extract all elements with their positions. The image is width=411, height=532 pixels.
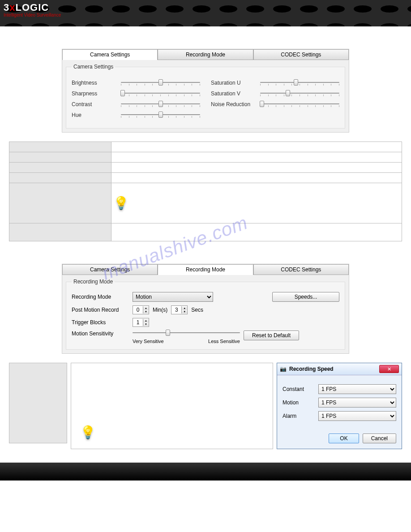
logo-logic: LOGIC — [16, 2, 49, 13]
tab-recording-mode-2[interactable]: Recording Mode — [158, 264, 253, 275]
page-header: 3xLOGIC Intelligent Video Surveillance — [0, 0, 411, 26]
camera-settings-panel: Camera Settings Recording Mode CODEC Set… — [62, 49, 349, 133]
dlg-row-1-select[interactable]: 1 FPS — [318, 398, 396, 408]
cam-left-2-label: Contrast — [72, 101, 121, 107]
close-button[interactable]: ✕ — [379, 365, 399, 373]
settings-table: 💡 — [9, 142, 402, 241]
pmr-min-spinner[interactable]: ▲▼ — [133, 305, 149, 314]
dialog-title: Recording Speed — [289, 366, 334, 372]
cam-right-0-slider[interactable] — [260, 80, 339, 86]
cam-left-3-slider[interactable] — [121, 112, 200, 118]
lightbulb-icon: 💡 — [113, 196, 129, 210]
dlg-row-2-label: Alarm — [283, 413, 318, 419]
tab-recording-mode[interactable]: Recording Mode — [158, 49, 253, 60]
dlg-row-2-select[interactable]: 1 FPS — [318, 411, 396, 421]
dlg-row-0-label: Constant — [283, 386, 318, 392]
cancel-button[interactable]: Cancel — [363, 433, 396, 443]
tab-camera-settings[interactable]: Camera Settings — [62, 49, 158, 60]
tab-codec-settings[interactable]: CODEC Settings — [253, 49, 349, 60]
cam-right-1-label: Saturation V — [211, 90, 260, 97]
ms-less-sensitive: Less Sensitive — [208, 339, 240, 344]
cam-left-0-label: Brightness — [72, 80, 121, 86]
recording-mode-select[interactable]: Motion — [133, 292, 213, 302]
trigger-blocks-spinner[interactable]: ▲▼ — [133, 318, 149, 327]
bottom-mid-box: 💡 — [71, 363, 273, 449]
cam-right-2-slider[interactable] — [260, 102, 339, 107]
tab-codec-settings-2[interactable]: CODEC Settings — [253, 264, 349, 275]
motion-sensitivity-label: Motion Sensitivity — [72, 330, 129, 337]
dlg-row-0-select[interactable]: 1 FPS — [318, 384, 396, 394]
bottom-grey-box — [9, 363, 67, 443]
lightbulb-icon-2: 💡 — [80, 425, 96, 440]
recording-mode-label: Recording Mode — [72, 294, 129, 300]
pmr-min-unit: Min(s) — [153, 307, 167, 313]
cam-right-2-label: Noise Reduction — [211, 101, 260, 107]
ok-button[interactable]: OK — [329, 433, 359, 443]
dlg-row-1-label: Motion — [283, 399, 318, 406]
motion-sensitivity-slider[interactable] — [133, 330, 240, 336]
pmr-sec-unit: Secs — [191, 307, 203, 313]
camera-settings-legend: Camera Settings — [72, 64, 115, 70]
logo-3: 3 — [4, 2, 9, 13]
recording-mode-panel: Camera Settings Recording Mode CODEC Set… — [62, 264, 349, 354]
cam-right-0-label: Saturation U — [211, 80, 260, 86]
brand-tagline: Intelligent Video Surveillance — [4, 13, 61, 17]
recording-speed-dialog: 📷Recording Speed ✕ Constant 1 FPSMotion … — [277, 363, 402, 449]
logo-x: x — [9, 2, 15, 13]
speeds-button[interactable]: Speeds... — [272, 292, 339, 302]
cam-left-1-slider[interactable] — [121, 91, 200, 96]
trigger-blocks-label: Trigger Blocks — [72, 319, 129, 326]
post-motion-record-label: Post Motion Record — [72, 307, 129, 313]
cam-right-1-slider[interactable] — [260, 91, 339, 96]
reset-to-default-button[interactable]: Reset to Default — [244, 330, 299, 340]
brand-logo: 3xLOGIC Intelligent Video Surveillance — [4, 2, 61, 17]
cam-left-3-label: Hue — [72, 112, 121, 118]
recording-mode-legend: Recording Mode — [72, 279, 115, 285]
tab-camera-settings-2[interactable]: Camera Settings — [62, 264, 158, 275]
cam-left-2-slider[interactable] — [121, 102, 200, 107]
pmr-sec-spinner[interactable]: ▲▼ — [171, 305, 188, 314]
cam-left-0-slider[interactable] — [121, 80, 200, 86]
cam-left-1-label: Sharpness — [72, 90, 121, 97]
page-footer — [0, 463, 411, 481]
ms-very-sensitive: Very Sensitive — [133, 339, 164, 344]
camera-icon: 📷 — [280, 366, 287, 372]
